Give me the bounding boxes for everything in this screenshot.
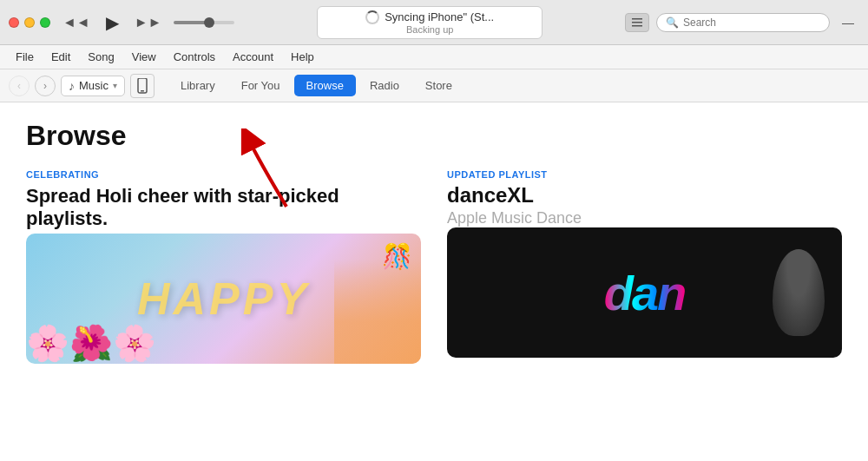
title-bar: ◄◄ ▶ ►► Syncing iPhone" (St... Backing u…	[0, 0, 868, 45]
syncing-status: Backing up	[406, 24, 453, 35]
menu-edit[interactable]: Edit	[44, 49, 77, 65]
menu-song[interactable]: Song	[81, 49, 121, 65]
tab-for-you[interactable]: For You	[229, 75, 293, 96]
volume-slider[interactable]	[174, 21, 234, 24]
page-title: Browse	[26, 120, 842, 152]
svg-rect-1	[632, 22, 642, 23]
sync-spinner	[365, 10, 379, 24]
playlist-subtitle: Apple Music Dance	[447, 209, 842, 227]
orange-flower	[334, 260, 421, 364]
tab-store[interactable]: Store	[413, 75, 464, 96]
window-controls	[9, 17, 50, 28]
forward-button[interactable]: ›	[35, 76, 56, 96]
nav-tabs: Library For You Browse Radio Store	[168, 75, 464, 96]
main-content: Browse CELEBRATING Spread Holi cheer wit…	[0, 102, 868, 461]
device-button[interactable]	[130, 74, 155, 98]
playlist-label: UPDATED PLAYLIST	[447, 169, 842, 180]
minimize-button[interactable]	[24, 17, 35, 28]
tab-radio[interactable]: Radio	[358, 75, 411, 96]
content-right: UPDATED PLAYLIST danceXL Apple Music Dan…	[447, 169, 842, 444]
back-button[interactable]: ‹	[9, 76, 30, 96]
menu-view[interactable]: View	[125, 49, 163, 65]
syncing-device: iPhone" (St...	[428, 10, 494, 23]
content-title: Spread Holi cheer with star-picked playl…	[26, 185, 421, 230]
dance-card-text: dan	[604, 265, 686, 321]
device-icon	[136, 78, 148, 94]
svg-rect-2	[632, 25, 642, 27]
syncing-box: Syncing iPhone" (St... Backing up	[317, 6, 542, 39]
menu-file[interactable]: File	[9, 49, 41, 65]
menu-help[interactable]: Help	[284, 49, 321, 65]
play-button[interactable]: ▶	[102, 10, 122, 35]
content-grid: CELEBRATING Spread Holi cheer with star-…	[26, 169, 842, 444]
fast-forward-button[interactable]: ►►	[131, 13, 166, 32]
dance-person-silhouette	[773, 249, 825, 336]
content-left: CELEBRATING Spread Holi cheer with star-…	[26, 169, 421, 444]
menu-account[interactable]: Account	[226, 49, 280, 65]
syncing-area: Syncing iPhone" (St... Backing up	[243, 6, 616, 39]
flower-blue: 🌸	[26, 323, 69, 364]
menu-controls[interactable]: Controls	[167, 49, 222, 65]
list-icon	[631, 16, 643, 29]
category-label: CELEBRATING	[26, 169, 421, 180]
svg-rect-4	[141, 90, 144, 92]
transport-controls: ◄◄ ▶ ►►	[59, 10, 234, 35]
playlist-title: danceXL	[447, 183, 842, 207]
syncing-prefix: Syncing	[385, 10, 428, 23]
music-note-icon: ♪	[69, 79, 75, 93]
list-view-button[interactable]	[625, 13, 649, 32]
title-right: 🔍 —	[625, 13, 859, 32]
svg-rect-0	[632, 18, 642, 20]
search-input[interactable]	[683, 16, 820, 29]
search-icon: 🔍	[666, 16, 679, 29]
dance-card[interactable]: dan	[447, 227, 842, 358]
nav-bar: ‹ › ♪ Music ▾ Library For You Browse Rad…	[0, 69, 868, 102]
tab-library[interactable]: Library	[168, 75, 227, 96]
flower-purple: 🌸	[113, 323, 156, 364]
syncing-label: Syncing iPhone" (St...	[385, 10, 494, 23]
close-button[interactable]	[9, 17, 19, 28]
chevron-down-icon: ▾	[113, 81, 117, 90]
search-box[interactable]: 🔍	[656, 13, 830, 32]
flower-pink: 🌺	[69, 323, 113, 364]
holi-flowers: 🌸 🌺 🌸	[26, 323, 156, 364]
source-label: Music	[79, 79, 108, 92]
holi-card-text: HAPPY	[137, 273, 310, 325]
tab-browse[interactable]: Browse	[294, 75, 356, 96]
maximize-button[interactable]	[40, 17, 50, 28]
menu-bar: File Edit Song View Controls Account Hel…	[0, 45, 868, 69]
volume-thumb	[204, 17, 214, 28]
holi-card[interactable]: HAPPY 🌸 🌺 🌸 🎊	[26, 234, 421, 364]
window-minimize-button[interactable]: —	[837, 14, 859, 31]
rewind-button[interactable]: ◄◄	[59, 13, 94, 32]
source-selector[interactable]: ♪ Music ▾	[61, 76, 125, 96]
